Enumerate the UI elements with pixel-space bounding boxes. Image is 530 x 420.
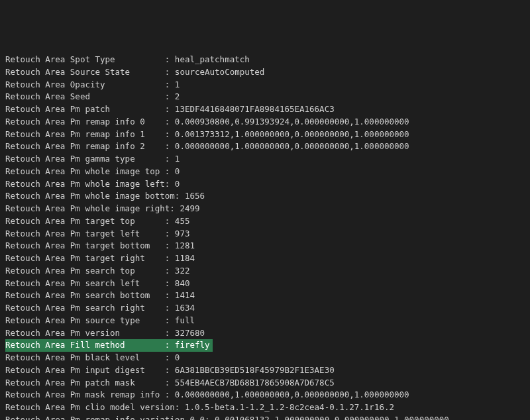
metadata-line: Retouch Area Pm target right : 1184 [5, 252, 525, 265]
metadata-line: Retouch Area Pm whole image bottom: 1656 [5, 190, 525, 203]
metadata-line: Retouch Area Source State : sourceAutoCo… [5, 66, 525, 79]
metadata-line: Retouch Area Pm search bottom : 1414 [5, 289, 525, 302]
metadata-line: Retouch Area Pm target bottom : 1281 [5, 240, 525, 252]
metadata-line: Retouch Area Pm search right : 1634 [5, 302, 525, 315]
metadata-line: Retouch Area Pm remap info 2 : 0.0000000… [5, 140, 525, 153]
metadata-line: Retouch Area Seed : 2 [5, 91, 525, 103]
metadata-line: Retouch Area Fill method : firefly [5, 339, 525, 352]
metadata-line: Retouch Area Pm remap info 0 : 0.0009308… [5, 116, 525, 129]
metadata-line: Retouch Area Opacity : 1 [5, 79, 525, 91]
metadata-line: Retouch Area Pm target top : 455 [5, 215, 525, 228]
metadata-line: Retouch Area Pm remap info 1 : 0.0013733… [5, 129, 525, 141]
metadata-line: Retouch Area Pm patch mask : 554EB4AECB7… [5, 377, 525, 390]
metadata-line: Retouch Area Pm whole image top : 0 [5, 166, 525, 178]
metadata-line: Retouch Area Pm black level : 0 [5, 352, 525, 364]
terminal-output: Retouch Area Spot Type : heal_patchmatch… [5, 54, 525, 420]
metadata-line: Retouch Area Pm clio model version: 1.0.… [5, 401, 525, 414]
metadata-line: Retouch Area Pm whole image right: 2499 [5, 203, 525, 215]
metadata-line: Retouch Area Pm search left : 840 [5, 278, 525, 290]
metadata-line: Retouch Area Pm mask remap info : 0.0000… [5, 389, 525, 401]
metadata-line: Retouch Area Spot Type : heal_patchmatch [5, 54, 525, 66]
metadata-line: Retouch Area Pm source type : full [5, 315, 525, 327]
metadata-line: Retouch Area Pm input digest : 6A381BBCB… [5, 364, 525, 377]
highlighted-line: Retouch Area Fill method : firefly [5, 339, 213, 352]
metadata-line: Retouch Area Pm target left : 973 [5, 228, 525, 240]
metadata-line: Retouch Area Pm search top : 322 [5, 265, 525, 278]
metadata-line: Retouch Area Pm whole image left: 0 [5, 178, 525, 191]
metadata-line: Retouch Area Pm remap info variation 0 0… [5, 414, 525, 420]
metadata-line: Retouch Area Pm gamma type : 1 [5, 153, 525, 166]
metadata-line: Retouch Area Pm version : 327680 [5, 327, 525, 340]
metadata-line: Retouch Area Pm patch : 13EDF4416848071F… [5, 103, 525, 116]
